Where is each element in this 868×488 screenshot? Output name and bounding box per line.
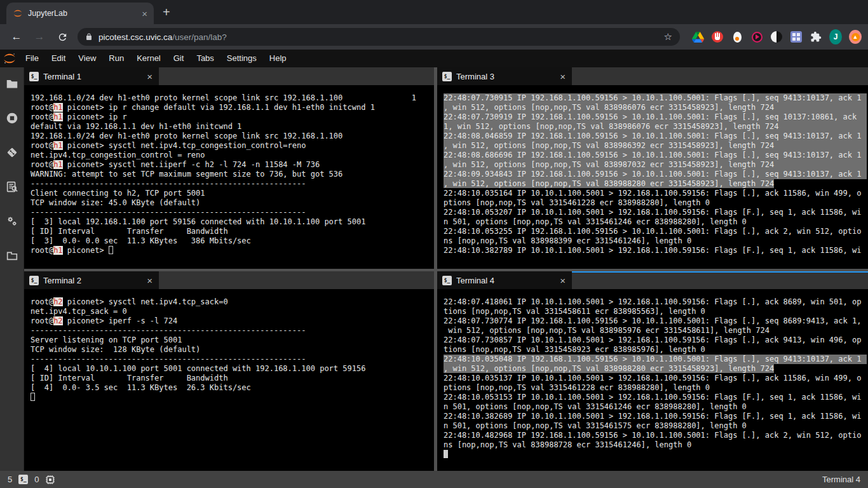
terminal-line: n 501, options [nop,nop,TS val 331546124… (444, 402, 867, 412)
terminal-line: , win 512, options [nop,nop,TS val 83898… (444, 179, 867, 189)
reload-icon[interactable] (53, 28, 71, 46)
terminal1-output[interactable]: 192.168.1.0/24 dev h1-eth0 proto kernel … (24, 85, 434, 269)
updater-arrow-icon[interactable]: ▲ (849, 30, 862, 43)
lock-icon (85, 32, 93, 41)
terminal-line: Server listening on TCP port 5001 (31, 336, 433, 345)
menu-git[interactable]: Git (167, 50, 191, 67)
terminal-line: 192.168.1.0/24 dev h1-eth0 proto kernel … (31, 93, 433, 103)
terminal3-panel: $_ Terminal 3 × 22:48:07.730915 IP 192.1… (437, 67, 868, 269)
forward-icon[interactable]: → (31, 28, 48, 46)
terminal-line: 22:48:10.035164 IP 10.10.1.100.5001 > 19… (444, 189, 867, 198)
menu-tabs[interactable]: Tabs (190, 50, 220, 67)
browser-tab[interactable]: JupyterLab × (6, 3, 154, 24)
running-sessions-icon[interactable] (4, 111, 20, 126)
menu-settings[interactable]: Settings (220, 50, 263, 67)
adblock-hand-icon[interactable] (711, 30, 724, 43)
menu-view[interactable]: View (72, 50, 102, 67)
host-highlight: h2 (53, 316, 62, 325)
file-browser-icon[interactable] (4, 76, 20, 92)
terminal-line: win 512, options [nop,nop,TS val 8389859… (444, 326, 867, 336)
terminal-line: root@h1 piconet> (31, 246, 433, 255)
terminal4-output[interactable]: 22:48:07.418061 IP 10.10.1.100.5001 > 19… (437, 289, 868, 471)
terminal-line: ----------------------------------------… (31, 179, 433, 189)
host-highlight: h1 (53, 246, 62, 255)
egg-icon[interactable] (731, 30, 743, 43)
terminal1-tab-label: Terminal 1 (43, 72, 141, 81)
terminal1-tab[interactable]: $_ Terminal 1 × (24, 67, 159, 85)
host-highlight: h1 (53, 160, 62, 169)
terminal-cursor (444, 450, 448, 458)
terminals-count: 5 (8, 475, 12, 484)
terminal3-tab[interactable]: $_ Terminal 3 × (437, 67, 572, 85)
terminal-line: TCP window size: 45.0 KByte (default) (31, 198, 433, 208)
terminal-line: root@h2 piconet> sysctl net.ipv4.tcp_sac… (31, 297, 433, 307)
terminal-line: ptions [nop,nop,TS val 3315461228 ecr 83… (444, 198, 867, 208)
menu-edit[interactable]: Edit (45, 50, 72, 67)
terminal4-panel: $_ Terminal 4 × 22:48:07.418061 IP 10.10… (437, 271, 868, 471)
dark-mode-moon-icon[interactable] (770, 30, 783, 43)
terminal-line: 22:48:07.418061 IP 10.10.1.100.5001 > 19… (444, 297, 867, 307)
terminal2-tab[interactable]: $_ Terminal 2 × (24, 271, 159, 289)
terminal-line: 22:48:08.686696 IP 192.168.1.100.59156 >… (444, 151, 867, 160)
extension-window-icon[interactable] (4, 248, 20, 263)
menu-run[interactable]: Run (102, 50, 130, 67)
terminal-line: 22:48:07.730915 IP 192.168.1.100.59156 >… (444, 93, 867, 103)
terminal-line: 22:48:10.053153 IP 10.10.1.100.5001 > 19… (444, 393, 867, 402)
close-icon[interactable]: × (146, 71, 154, 82)
inspector-icon[interactable] (4, 179, 20, 194)
url-bar[interactable]: picotest.csc.uvic.ca/user/pan/lab? ☆ (78, 28, 680, 46)
activity-bar (0, 67, 24, 471)
statusbar-sessions[interactable]: 5 $_ 0 (8, 475, 55, 485)
back-icon[interactable]: ← (8, 28, 25, 46)
host-highlight: h2 (53, 297, 62, 306)
terminal-cursor (31, 393, 35, 401)
terminal-line: root@h1 piconet> sysctl net.iiperf -c h2… (31, 160, 433, 170)
terminal-line: root@h2 piconet> iperf -s -l 724 (31, 316, 433, 326)
terminal2-output[interactable]: root@h2 piconet> sysctl net.ipv4.tcp_sac… (24, 289, 434, 471)
jupyter-favicon (13, 8, 23, 18)
terminal-line: [ 4] local 10.10.1.100 port 5001 connect… (31, 364, 433, 374)
close-icon[interactable]: × (146, 275, 154, 286)
git-icon[interactable] (4, 145, 20, 160)
url-domain: picotest.csc.uvic.ca (98, 32, 172, 42)
google-drive-icon[interactable] (691, 30, 704, 43)
terminal-line: ns [nop,nop,TS val 838988399 ecr 3315461… (444, 236, 867, 246)
terminal4-tabbar: $_ Terminal 4 × (437, 271, 868, 289)
terminal-line: 22:48:10.053207 IP 10.10.1.100.5001 > 19… (444, 208, 867, 217)
terminal-icon: $_ (29, 276, 39, 285)
terminal-line: TCP window size: 128 KByte (default) (31, 345, 433, 355)
terminal4-tab-label: Terminal 4 (456, 276, 554, 285)
bookmark-star-icon[interactable]: ☆ (664, 31, 672, 43)
close-icon[interactable]: × (559, 71, 567, 82)
terminal2-panel: $_ Terminal 2 × root@h2 piconet> sysctl … (24, 271, 434, 471)
play-circle-icon[interactable] (750, 30, 763, 43)
profile-avatar[interactable]: J (829, 30, 842, 43)
tab-close-icon[interactable]: × (142, 9, 147, 18)
terminal-line: [ 3] local 192.168.1.100 port 59156 conn… (31, 217, 433, 227)
terminal4-tab[interactable]: $_ Terminal 4 × (437, 271, 572, 289)
terminal-line: n 501, options [nop,nop,TS val 331546124… (444, 217, 867, 227)
terminal-cursor (109, 246, 113, 254)
extensions-row: J ▲ (691, 30, 862, 43)
terminal-line (444, 450, 867, 459)
new-tab-button[interactable]: + (163, 5, 170, 20)
terminal-line: net.ipv4.tcp_sack = 0 (31, 307, 433, 316)
terminal-line: 22:48:10.053255 IP 192.168.1.100.59156 >… (444, 227, 867, 236)
terminal3-output[interactable]: 22:48:07.730915 IP 192.168.1.100.59156 >… (437, 85, 868, 269)
extensions-puzzle-icon[interactable] (810, 30, 822, 43)
terminal-line: default via 192.168.1.1 dev h1-eth0 init… (31, 122, 433, 132)
status-bar: 5 $_ 0 Terminal 4 (0, 471, 868, 488)
terminal-line: 22:48:07.730774 IP 192.168.1.100.59156 >… (444, 316, 867, 326)
screen: JupyterLab × + ← → picotest.csc.uvic.ca/… (0, 0, 868, 488)
kernel-chip-icon (45, 475, 55, 485)
terminal-line: WARNING: attempt to set TCP maximum segm… (31, 170, 433, 179)
menu-file[interactable]: File (19, 50, 45, 67)
tiles-grid-icon[interactable] (790, 30, 803, 43)
close-icon[interactable]: × (559, 275, 567, 286)
browser-tabstrip: JupyterLab × + (0, 0, 868, 24)
terminal-line: [ ID] Interval Transfer Bandwidth (31, 227, 433, 236)
menu-kernel[interactable]: Kernel (130, 50, 167, 67)
menu-help[interactable]: Help (263, 50, 293, 67)
property-gears-icon[interactable] (4, 214, 20, 229)
terminal-line: , win 512, options [nop,nop,TS val 83898… (444, 364, 867, 374)
